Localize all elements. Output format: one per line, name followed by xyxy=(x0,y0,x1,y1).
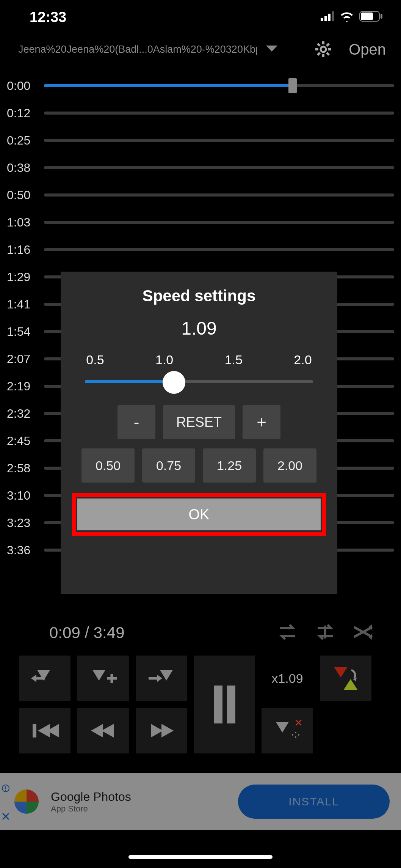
svg-point-43 xyxy=(295,732,296,733)
speed-reset-button[interactable]: RESET xyxy=(163,405,235,439)
home-indicator[interactable] xyxy=(128,855,273,859)
svg-marker-7 xyxy=(266,46,277,52)
speed-slider[interactable] xyxy=(72,370,326,394)
tick-label: 0.5 xyxy=(82,352,108,367)
timeline-label: 3:10 xyxy=(7,489,36,503)
svg-rect-1 xyxy=(324,16,327,21)
timeline-track[interactable] xyxy=(44,221,394,224)
timeline-label: 2:19 xyxy=(7,379,36,393)
timeline-label: 1:41 xyxy=(7,297,36,311)
svg-point-49 xyxy=(5,790,6,791)
preset-200-button[interactable]: 2.00 xyxy=(263,448,316,483)
timeline-row[interactable]: 0:00 xyxy=(7,72,394,99)
timeline-row[interactable]: 0:50 xyxy=(7,181,394,209)
speed-value: 1.09 xyxy=(72,318,326,339)
svg-rect-2 xyxy=(328,14,331,21)
speed-increase-button[interactable]: + xyxy=(243,405,280,439)
timeline-track[interactable] xyxy=(44,112,394,115)
clear-mark-button[interactable]: ✕ xyxy=(262,708,313,753)
playback-time: 0:09 / 3:49 xyxy=(19,624,125,642)
timeline-row[interactable]: 0:38 xyxy=(7,154,394,181)
settings-gear-icon[interactable] xyxy=(315,41,332,58)
status-indicators xyxy=(321,11,383,23)
timeline-label: 1:16 xyxy=(7,243,36,257)
svg-marker-44 xyxy=(334,667,348,678)
tick-label: 2.0 xyxy=(290,352,316,367)
open-button[interactable]: Open xyxy=(349,41,386,58)
tick-label: 1.5 xyxy=(220,352,247,367)
svg-line-13 xyxy=(318,44,320,46)
ad-subtitle: App Store xyxy=(51,804,131,814)
timeline-label: 0:12 xyxy=(7,106,36,120)
timeline-label: 0:00 xyxy=(7,79,36,93)
ad-install-button[interactable]: INSTALL xyxy=(238,785,390,819)
slider-thumb[interactable] xyxy=(163,371,185,394)
timeline-label: 2:58 xyxy=(7,461,36,475)
timeline-track[interactable] xyxy=(44,166,394,169)
add-mark-button[interactable] xyxy=(77,656,129,701)
preset-125-button[interactable]: 1.25 xyxy=(203,448,256,483)
svg-rect-29 xyxy=(33,724,36,737)
timeline-track[interactable] xyxy=(44,84,394,87)
wifi-icon xyxy=(340,11,354,23)
timeline-row[interactable]: 0:25 xyxy=(7,127,394,154)
svg-marker-27 xyxy=(157,675,162,682)
svg-marker-34 xyxy=(151,724,163,737)
shuffle-icon[interactable] xyxy=(352,623,374,643)
timeline-track[interactable] xyxy=(44,139,394,142)
timeline-label: 1:29 xyxy=(7,270,36,284)
svg-marker-35 xyxy=(161,724,174,737)
timeline-label: 0:25 xyxy=(7,134,36,148)
total-time: 3:49 xyxy=(94,624,125,642)
timeline-label: 1:03 xyxy=(7,215,36,230)
svg-marker-33 xyxy=(102,724,114,737)
loop-mode-icons xyxy=(276,623,382,643)
top-bar: Jeena%20Jeena%20(Badl...0Aslam%20-%20320… xyxy=(0,34,401,64)
timeline-thumb[interactable] xyxy=(288,78,297,93)
file-dropdown-icon[interactable] xyxy=(266,45,277,54)
cellular-icon xyxy=(321,11,334,23)
svg-marker-23 xyxy=(92,670,105,681)
svg-line-16 xyxy=(318,53,320,55)
fast-forward-button[interactable] xyxy=(136,708,187,753)
timeline-label: 0:38 xyxy=(7,161,36,175)
svg-point-41 xyxy=(295,736,296,738)
svg-marker-28 xyxy=(160,670,173,681)
mark-start-button[interactable] xyxy=(19,656,70,701)
dialog-title: Speed settings xyxy=(72,287,326,305)
ad-title: Google Photos xyxy=(51,790,131,804)
svg-rect-5 xyxy=(361,13,373,20)
previous-track-button[interactable] xyxy=(19,708,70,753)
playback-time-row: 0:09 / 3:49 xyxy=(19,614,382,652)
player-footer: 0:09 / 3:49 x1.09 ✕ xyxy=(0,614,401,753)
repeat-icon[interactable] xyxy=(276,623,299,643)
timeline-label: 2:32 xyxy=(7,407,36,421)
current-file-name[interactable]: Jeena%20Jeena%20(Badl...0Aslam%20-%20320… xyxy=(18,44,257,55)
timeline-row[interactable]: 0:12 xyxy=(7,99,394,127)
timeline-label: 3:36 xyxy=(7,543,36,557)
ad-banner[interactable]: Google Photos App Store INSTALL xyxy=(0,773,401,830)
timeline-row[interactable]: 1:03 xyxy=(7,209,394,236)
timeline-track[interactable] xyxy=(44,248,394,251)
timeline-label: 2:45 xyxy=(7,434,36,448)
ab-loop-button[interactable] xyxy=(320,656,371,701)
speed-settings-dialog: Speed settings 1.09 0.5 1.0 1.5 2.0 - RE… xyxy=(61,272,337,594)
status-time: 12:33 xyxy=(18,9,66,25)
timeline-row[interactable]: 1:16 xyxy=(7,236,394,263)
repeat-segment-icon[interactable] xyxy=(314,623,337,643)
elapsed-time: 0:09 xyxy=(49,624,80,642)
preset-075-button[interactable]: 0.75 xyxy=(142,448,195,483)
battery-icon xyxy=(359,11,383,23)
play-pause-button[interactable] xyxy=(194,656,255,753)
timeline-track[interactable] xyxy=(44,193,394,197)
preset-050-button[interactable]: 0.50 xyxy=(81,448,135,483)
timeline-label: 2:07 xyxy=(7,352,36,366)
svg-rect-6 xyxy=(381,14,382,19)
speed-decrease-button[interactable]: - xyxy=(117,405,155,439)
speed-adjust-row: - RESET + xyxy=(72,405,326,439)
speed-indicator-button[interactable]: x1.09 xyxy=(262,656,313,701)
rewind-button[interactable] xyxy=(77,708,129,753)
ok-button[interactable]: OK xyxy=(77,498,321,530)
mark-end-button[interactable] xyxy=(136,656,187,701)
svg-rect-36 xyxy=(214,686,222,723)
